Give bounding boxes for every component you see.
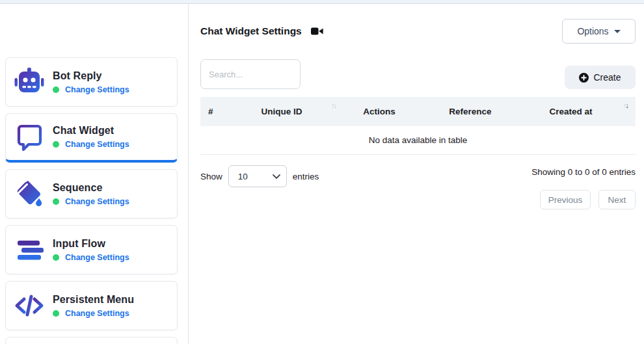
column-header-actions: Actions xyxy=(337,107,422,116)
change-settings-link[interactable]: Change Settings xyxy=(65,85,129,94)
entries-summary: Showing 0 to 0 of 0 entries xyxy=(531,167,636,177)
column-header-unique-id[interactable]: Unique ID ↑↓ xyxy=(226,107,337,116)
plus-circle-icon xyxy=(579,73,589,83)
card-title: Persistent Menu xyxy=(53,294,134,306)
options-label: Options xyxy=(577,26,608,36)
column-header-reference: Reference xyxy=(422,107,519,116)
sidebar-item-chat-widget[interactable]: Chat Widget Change Settings xyxy=(5,113,178,163)
main-panel: Chat Widget Settings Options Create xyxy=(189,4,644,344)
page-size-select[interactable]: 10 xyxy=(228,165,287,187)
show-label: Show xyxy=(200,172,222,181)
sidebar-item-input-flow[interactable]: Input Flow Change Settings xyxy=(5,225,178,274)
code-icon xyxy=(14,290,45,321)
column-header-created-at[interactable]: Created at ↑↓ xyxy=(519,107,636,116)
search-input[interactable] xyxy=(200,59,301,89)
card-title: Input Flow xyxy=(53,238,129,250)
create-button[interactable]: Create xyxy=(565,66,636,89)
sidebar-item-bot-reply[interactable]: Bot Reply Change Settings xyxy=(5,57,178,107)
video-camera-icon xyxy=(311,27,323,36)
entries-label: entries xyxy=(293,172,319,181)
card-title: Sequence xyxy=(53,182,129,194)
empty-table-message: No data available in table xyxy=(200,126,636,155)
chevron-down-icon xyxy=(614,30,621,33)
sidebar-card-list: Bot Reply Change Settings Chat Widget Ch… xyxy=(5,57,178,330)
sidebar-item-persistent-menu[interactable]: Persistent Menu Change Settings xyxy=(5,281,178,330)
change-settings-link[interactable]: Change Settings xyxy=(65,253,129,262)
bars-icon xyxy=(14,234,45,265)
status-dot xyxy=(53,141,59,148)
status-dot xyxy=(53,254,59,261)
sort-icon[interactable]: ↑↓ xyxy=(331,101,336,109)
change-settings-link[interactable]: Change Settings xyxy=(65,140,129,149)
status-dot xyxy=(53,86,59,93)
robot-icon xyxy=(14,66,45,98)
previous-button[interactable]: Previous xyxy=(540,190,591,209)
card-title: Chat Widget xyxy=(53,125,129,137)
list-item[interactable] xyxy=(5,337,178,344)
chat-bubble-icon xyxy=(14,122,45,153)
next-button[interactable]: Next xyxy=(598,190,636,209)
card-title: Bot Reply xyxy=(53,70,129,82)
sort-icon[interactable]: ↑↓ xyxy=(623,101,628,109)
change-settings-link[interactable]: Change Settings xyxy=(65,197,129,206)
paint-bucket-icon xyxy=(14,178,45,209)
status-dot xyxy=(53,310,59,317)
sidebar-item-sequence[interactable]: Sequence Change Settings xyxy=(5,169,178,218)
create-label: Create xyxy=(593,72,621,83)
column-header-index: # xyxy=(200,107,226,116)
options-button[interactable]: Options xyxy=(562,19,636,44)
change-settings-link[interactable]: Change Settings xyxy=(65,309,129,318)
chat-widget-table: # Unique ID ↑↓ Actions Reference Created… xyxy=(200,97,636,155)
page-title: Chat Widget Settings xyxy=(200,25,302,37)
settings-sidebar: Bot Reply Change Settings Chat Widget Ch… xyxy=(0,4,189,344)
table-header-row: # Unique ID ↑↓ Actions Reference Created… xyxy=(200,97,636,126)
status-dot xyxy=(53,198,59,205)
